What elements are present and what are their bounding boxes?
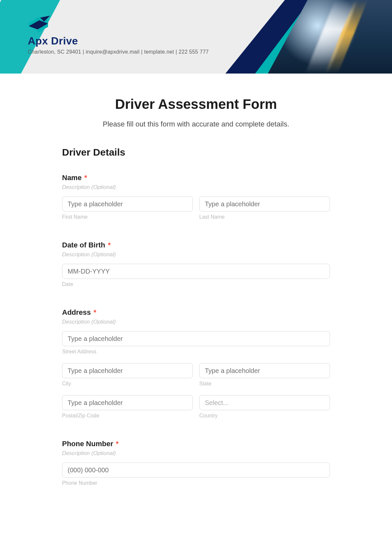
required-mark: * [108, 241, 111, 249]
form-container: Driver Assessment Form Please fill out t… [62, 96, 330, 499]
form-subtitle: Please fill out this form with accurate … [62, 120, 330, 128]
required-mark: * [93, 308, 96, 316]
last-name-input[interactable] [199, 196, 330, 211]
city-sublabel: City [62, 381, 193, 387]
label-text: Phone Number [62, 440, 113, 448]
brand-block: Apx Drive Charleston, SC 29401 | inquire… [28, 16, 209, 55]
first-name-sublabel: First Name [62, 214, 193, 220]
street-address-sublabel: Street Address [62, 349, 330, 355]
field-description: Description (Optional) [62, 450, 330, 457]
last-name-sublabel: Last Name [199, 214, 330, 220]
street-address-input[interactable] [62, 331, 330, 346]
label-text: Name [62, 174, 82, 182]
brand-tagline: Charleston, SC 29401 | inquire@apxdrive.… [28, 49, 209, 55]
field-group-phone: Phone Number * Description (Optional) Ph… [62, 440, 330, 486]
state-input[interactable] [199, 363, 330, 378]
postal-code-input[interactable] [62, 395, 193, 410]
postal-code-sublabel: Postal/Zip Code [62, 413, 193, 419]
country-sublabel: Country [199, 413, 330, 419]
field-group-dob: Date of Birth * Description (Optional) D… [62, 241, 330, 287]
phone-number-input[interactable] [62, 463, 330, 478]
brand-logo-icon [28, 16, 51, 34]
brand-name: Apx Drive [28, 35, 209, 47]
city-input[interactable] [62, 363, 193, 378]
field-group-name: Name * Description (Optional) First Name… [62, 174, 330, 220]
state-sublabel: State [199, 381, 330, 387]
field-group-address: Address * Description (Optional) Street … [62, 308, 330, 419]
required-mark: * [116, 440, 119, 448]
page-header: Apx Drive Charleston, SC 29401 | inquire… [0, 0, 392, 74]
form-title: Driver Assessment Form [62, 96, 330, 112]
first-name-input[interactable] [62, 196, 193, 211]
dob-sublabel: Date [62, 281, 330, 287]
field-description: Description (Optional) [62, 319, 330, 325]
field-description: Description (Optional) [62, 184, 330, 191]
field-label-address: Address * [62, 308, 330, 317]
dob-input[interactable] [62, 264, 330, 279]
country-select[interactable]: Select... [199, 395, 330, 410]
field-label-name: Name * [62, 174, 330, 182]
phone-number-sublabel: Phone Number [62, 480, 330, 486]
label-text: Address [62, 308, 91, 316]
required-mark: * [84, 174, 87, 182]
field-description: Description (Optional) [62, 251, 330, 258]
section-title-driver-details: Driver Details [62, 147, 330, 158]
field-label-phone: Phone Number * [62, 440, 330, 448]
label-text: Date of Birth [62, 241, 105, 249]
field-label-dob: Date of Birth * [62, 241, 330, 249]
country-select-placeholder: Select... [205, 399, 228, 407]
